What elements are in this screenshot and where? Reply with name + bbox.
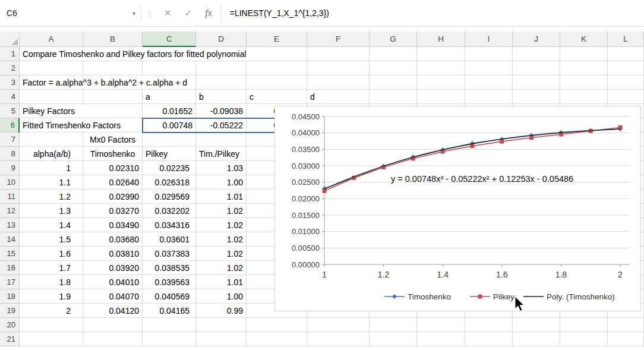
cell-B10[interactable]: 0.02640: [83, 175, 143, 190]
cell-G2[interactable]: [370, 61, 417, 75]
cell-A2[interactable]: [20, 61, 83, 75]
cell-K21[interactable]: [560, 332, 608, 346]
cell-D17[interactable]: 1.01: [196, 275, 247, 289]
cell-J21[interactable]: [513, 332, 560, 346]
row-header-12[interactable]: 12: [0, 204, 20, 218]
row-header-3[interactable]: 3: [0, 75, 20, 90]
cell-K2[interactable]: [560, 61, 608, 75]
row-header-13[interactable]: 13: [0, 218, 20, 232]
cell-D10[interactable]: 1.00: [196, 175, 247, 190]
cell-D16[interactable]: 1.02: [196, 261, 247, 275]
row-header-20[interactable]: 20: [0, 318, 20, 332]
col-header-D[interactable]: D: [196, 31, 247, 47]
cell-G21[interactable]: [370, 332, 417, 346]
cell-D15[interactable]: 1.02: [196, 247, 247, 261]
cell-A11[interactable]: 1.2: [20, 190, 83, 204]
cell-B20[interactable]: [83, 318, 143, 332]
cell-C4[interactable]: a: [143, 90, 196, 104]
cell-H20[interactable]: [417, 318, 465, 332]
row-header-14[interactable]: 14: [0, 232, 20, 247]
row-header-18[interactable]: 18: [0, 289, 20, 304]
cell-L21[interactable]: [608, 332, 644, 346]
cell-F3[interactable]: [307, 75, 370, 90]
cell-D11[interactable]: 1.01: [196, 190, 247, 204]
cell-C5[interactable]: 0.01652: [143, 104, 196, 118]
cell-L4[interactable]: [608, 90, 644, 104]
cell-C19[interactable]: 0.04165: [143, 304, 196, 318]
cell-C9[interactable]: 0.02235: [143, 161, 196, 175]
row-header-8[interactable]: 8: [0, 147, 20, 161]
cell-H21[interactable]: [417, 332, 465, 346]
cell-E2[interactable]: [247, 61, 307, 75]
embedded-chart[interactable]: 0.045000.040000.035000.030000.025000.020…: [274, 106, 641, 311]
cell-E20[interactable]: [247, 318, 307, 332]
row-header-19[interactable]: 19: [0, 304, 20, 318]
cell-B11[interactable]: 0.02990: [83, 190, 143, 204]
cell-B21[interactable]: [83, 332, 143, 346]
cell-B14[interactable]: 0.03680: [83, 232, 143, 247]
cell-D20[interactable]: [196, 318, 247, 332]
name-box[interactable]: C6 ▾: [0, 5, 141, 21]
cell-E3[interactable]: [247, 75, 307, 90]
cell-B18[interactable]: 0.04070: [83, 289, 143, 304]
cell-D6[interactable]: -0.05222: [196, 118, 247, 133]
cell-C21[interactable]: [143, 332, 196, 346]
cell-A14[interactable]: 1.5: [20, 232, 83, 247]
col-header-B[interactable]: B: [83, 31, 143, 47]
cell-H1[interactable]: [417, 47, 465, 61]
cell-D3[interactable]: [196, 75, 247, 90]
cell-D2[interactable]: [196, 61, 247, 75]
row-header-7[interactable]: 7: [0, 133, 20, 147]
cell-B19[interactable]: 0.04120: [83, 304, 143, 318]
row-header-15[interactable]: 15: [0, 247, 20, 261]
select-all-corner[interactable]: [0, 31, 20, 47]
legend-marker[interactable]: [392, 294, 397, 299]
col-header-J[interactable]: J: [513, 31, 560, 47]
name-box-dropdown-icon[interactable]: ▾: [132, 10, 141, 17]
cell-G20[interactable]: [370, 318, 417, 332]
row-header-1[interactable]: 1: [0, 47, 20, 61]
cell-G1[interactable]: [370, 47, 417, 61]
col-header-F[interactable]: F: [307, 31, 370, 47]
cell-C16[interactable]: 0.038535: [143, 261, 196, 275]
cell-D7[interactable]: [196, 133, 247, 147]
formula-bar-splitter-icon[interactable]: ⋮: [141, 5, 157, 21]
cell-C15[interactable]: 0.037383: [143, 247, 196, 261]
cell-F21[interactable]: [307, 332, 370, 346]
cell-L20[interactable]: [608, 318, 644, 332]
cell-A20[interactable]: [20, 318, 83, 332]
cell-I21[interactable]: [465, 332, 513, 346]
cell-B7[interactable]: Mx0 Factors: [83, 133, 143, 147]
cell-C14[interactable]: 0.03601: [143, 232, 196, 247]
enter-icon[interactable]: ✓: [178, 8, 199, 18]
cell-A18[interactable]: 1.9: [20, 289, 83, 304]
cell-A19[interactable]: 2: [20, 304, 83, 318]
cell-A5[interactable]: Pilkey Factors: [20, 104, 143, 118]
cell-C18[interactable]: 0.040569: [143, 289, 196, 304]
cell-F20[interactable]: [307, 318, 370, 332]
cell-E4[interactable]: c: [247, 90, 307, 104]
cell-B12[interactable]: 0.03270: [83, 204, 143, 218]
cell-G4[interactable]: [370, 90, 417, 104]
cancel-icon[interactable]: ✕: [157, 8, 178, 18]
cell-L1[interactable]: [608, 47, 644, 61]
cell-B4[interactable]: [83, 90, 143, 104]
col-header-K[interactable]: K: [560, 31, 608, 47]
cell-C2[interactable]: [143, 61, 196, 75]
cell-D18[interactable]: 1.00: [196, 289, 247, 304]
cell-D12[interactable]: 1.02: [196, 204, 247, 218]
cell-B13[interactable]: 0.03490: [83, 218, 143, 232]
cell-D21[interactable]: [196, 332, 247, 346]
cell-D8[interactable]: Tim./Pilkey: [196, 147, 247, 161]
cell-A17[interactable]: 1.8: [20, 275, 83, 289]
legend-label[interactable]: Timoshenko: [408, 292, 451, 301]
legend-label[interactable]: Pilkey: [493, 292, 514, 301]
cell-I4[interactable]: [465, 90, 513, 104]
cell-K1[interactable]: [560, 47, 608, 61]
cell-A15[interactable]: 1.6: [20, 247, 83, 261]
cell-C7[interactable]: [143, 133, 196, 147]
cell-H2[interactable]: [417, 61, 465, 75]
cell-D14[interactable]: 1.02: [196, 232, 247, 247]
cell-C12[interactable]: 0.032202: [143, 204, 196, 218]
cell-J4[interactable]: [513, 90, 560, 104]
